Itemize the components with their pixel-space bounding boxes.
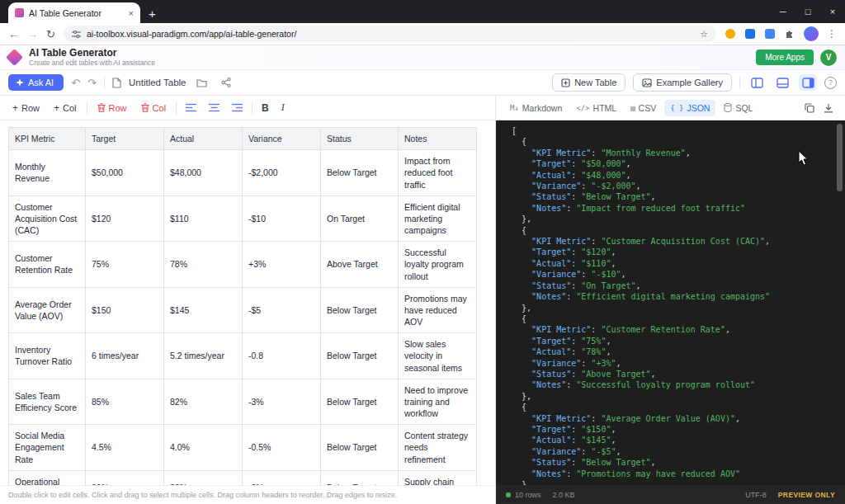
table-cell[interactable]: Below Target: [321, 470, 399, 485]
tab-close-icon[interactable]: ×: [129, 8, 134, 18]
table-cell[interactable]: Successful loyalty program rollout: [399, 242, 477, 288]
extension-icon[interactable]: [764, 28, 776, 40]
table-cell[interactable]: Below Target: [321, 287, 399, 333]
window-close-button[interactable]: ×: [820, 0, 845, 23]
table-cell[interactable]: $145: [164, 287, 243, 333]
table-cell[interactable]: 4.5%: [86, 425, 164, 471]
tab-sql[interactable]: SQL: [718, 100, 758, 116]
example-gallery-button[interactable]: Example Gallery: [633, 73, 732, 92]
table-cell[interactable]: Monthly Revenue: [9, 150, 86, 196]
column-header[interactable]: Status: [321, 128, 399, 150]
redo-button[interactable]: ↷: [87, 78, 97, 88]
bold-button[interactable]: B: [258, 101, 272, 115]
table-cell[interactable]: Below Target: [321, 150, 399, 196]
extension-icon[interactable]: [744, 28, 756, 40]
tab-json[interactable]: { }JSON: [664, 100, 715, 116]
table-cell[interactable]: 90%: [86, 470, 164, 485]
table-cell[interactable]: 6 times/year: [86, 333, 164, 379]
download-button[interactable]: [820, 101, 837, 115]
address-bar[interactable]: ai-toolbox.visual-paradigm.com/app/ai-ta…: [64, 26, 716, 42]
minimize-button[interactable]: ─: [771, 0, 795, 23]
table-cell[interactable]: Need to improve training and workflow: [399, 379, 477, 425]
tab-markdown[interactable]: M↓Markdown: [504, 100, 568, 116]
table-cell[interactable]: -$2,000: [243, 150, 321, 196]
add-row-button[interactable]: +Row: [8, 100, 44, 116]
site-settings-icon[interactable]: [72, 30, 81, 39]
column-header[interactable]: Variance: [243, 128, 321, 150]
table-cell[interactable]: -$10: [243, 195, 321, 242]
table-cell[interactable]: On Target: [321, 195, 399, 242]
column-header[interactable]: Notes: [399, 128, 477, 150]
browser-menu-icon[interactable]: ⋮: [827, 28, 837, 40]
profile-avatar[interactable]: [804, 26, 819, 41]
table-cell[interactable]: 82%: [164, 379, 243, 425]
table-cell[interactable]: Customer Retention Rate: [9, 242, 86, 288]
table-cell[interactable]: $150: [86, 287, 164, 333]
column-header[interactable]: KPI Metric: [9, 128, 86, 150]
tab-csv[interactable]: ▤CSV: [625, 100, 662, 116]
extensions-puzzle-icon[interactable]: [784, 28, 795, 40]
editor-scrollbar[interactable]: [837, 124, 843, 191]
browser-tab[interactable]: AI Table Generator ×: [8, 2, 140, 23]
ask-ai-button[interactable]: Ask AI: [8, 74, 64, 91]
table-cell[interactable]: Slow sales velocity in seasonal items: [399, 333, 477, 379]
more-apps-button[interactable]: More Apps: [756, 49, 814, 65]
open-folder-button[interactable]: [193, 77, 210, 89]
column-header[interactable]: Actual: [164, 128, 243, 150]
document-title[interactable]: Untitled Table: [129, 78, 186, 87]
new-tab-button[interactable]: +: [149, 7, 156, 20]
table-cell[interactable]: 75%: [86, 242, 164, 288]
align-left-button[interactable]: [182, 101, 200, 114]
table-cell[interactable]: Customer Acquisition Cost (CAC): [9, 195, 86, 242]
layout-right-panel-button[interactable]: [799, 74, 817, 91]
table-cell[interactable]: Above Target: [321, 242, 399, 288]
bookmark-star-icon[interactable]: ☆: [700, 29, 708, 40]
user-avatar[interactable]: V: [820, 49, 837, 66]
layout-left-panel-button[interactable]: [748, 74, 766, 91]
table-cell[interactable]: -$5: [243, 287, 321, 333]
share-button[interactable]: [218, 76, 234, 89]
tab-html[interactable]: </>HTML: [570, 100, 622, 116]
add-col-button[interactable]: +Col: [50, 100, 81, 116]
table-cell[interactable]: Promotions may have reduced AOV: [399, 287, 477, 333]
table-cell[interactable]: 5.2 times/year: [164, 333, 243, 379]
delete-col-button[interactable]: Col: [137, 101, 171, 115]
table-cell[interactable]: +3%: [243, 242, 321, 288]
table-cell[interactable]: Efficient digital marketing campaigns: [399, 195, 477, 242]
table-cell[interactable]: Below Target: [321, 425, 399, 471]
italic-button[interactable]: I: [278, 100, 288, 115]
table-cell[interactable]: -3%: [243, 379, 321, 425]
table-cell[interactable]: Below Target: [321, 333, 399, 379]
table-cell[interactable]: Operational Efficiency Score: [9, 470, 86, 485]
new-table-button[interactable]: New Table: [552, 73, 625, 92]
extension-icon[interactable]: [725, 28, 736, 40]
table-cell[interactable]: $48,000: [164, 150, 243, 196]
table-cell[interactable]: -0.5%: [243, 425, 321, 471]
table-cell[interactable]: 85%: [86, 379, 164, 425]
table-cell[interactable]: Below Target: [321, 379, 399, 425]
code-editor[interactable]: [ { "KPI Metric": "Monthly Revenue", "Ta…: [496, 120, 845, 485]
table-cell[interactable]: -0.8: [243, 333, 321, 379]
delete-row-button[interactable]: Row: [93, 101, 131, 115]
align-center-button[interactable]: [205, 101, 223, 114]
forward-button[interactable]: →: [27, 28, 38, 40]
copy-button[interactable]: [801, 101, 818, 115]
reload-button[interactable]: ↻: [46, 28, 55, 40]
layout-bottom-panel-button[interactable]: [773, 74, 791, 91]
table-cell[interactable]: $50,000: [86, 150, 164, 196]
table-cell[interactable]: 78%: [164, 242, 243, 288]
table-cell[interactable]: Sales Team Efficiency Score: [9, 379, 86, 425]
table-cell[interactable]: Impact from reduced foot traffic: [399, 150, 477, 196]
url-text[interactable]: ai-toolbox.visual-paradigm.com/app/ai-ta…: [87, 29, 694, 39]
align-right-button[interactable]: [229, 101, 246, 114]
table-cell[interactable]: 4.0%: [164, 425, 243, 471]
table-cell[interactable]: Supply chain delays observed: [399, 470, 477, 485]
table-cell[interactable]: $120: [86, 195, 164, 242]
table-cell[interactable]: Average Order Value (AOV): [9, 287, 86, 333]
table-cell[interactable]: Content strategy needs refinement: [399, 425, 477, 471]
table-cell[interactable]: $110: [164, 195, 243, 242]
column-header[interactable]: Target: [86, 128, 164, 150]
back-button[interactable]: ←: [8, 28, 19, 40]
maximize-button[interactable]: □: [795, 0, 820, 23]
table-cell[interactable]: 88%: [164, 470, 243, 485]
